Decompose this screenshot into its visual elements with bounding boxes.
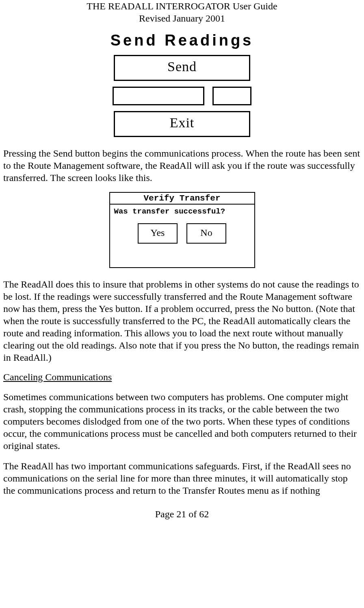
document-title: THE READALL INTERROGATOR User Guide xyxy=(3,0,361,12)
canceling-communications-heading: Canceling Communications xyxy=(3,372,361,383)
status-field-right xyxy=(212,87,251,105)
document-revised: Revised January 2001 xyxy=(3,12,361,24)
yes-button[interactable]: Yes xyxy=(138,223,178,244)
send-readings-title: Send Readings xyxy=(101,32,263,49)
paragraph-4: The ReadAll has two important communicat… xyxy=(3,460,361,497)
exit-button[interactable]: Exit xyxy=(114,111,250,137)
paragraph-3: Sometimes communications between two com… xyxy=(3,391,361,452)
page-number: Page 21 of 62 xyxy=(3,509,361,520)
paragraph-2: The ReadAll does this to insure that pro… xyxy=(3,278,361,364)
document-header: THE READALL INTERROGATOR User Guide Revi… xyxy=(3,0,361,24)
verify-transfer-prompt: Was transfer successful? xyxy=(114,207,250,216)
no-button[interactable]: No xyxy=(186,223,226,244)
send-readings-screen: Send Readings Send Exit xyxy=(101,32,263,137)
verify-transfer-title: Verify Transfer xyxy=(110,193,254,205)
send-button[interactable]: Send xyxy=(114,55,250,81)
paragraph-1: Pressing the Send button begins the comm… xyxy=(3,147,361,184)
verify-transfer-dialog: Verify Transfer Was transfer successful?… xyxy=(109,192,255,268)
status-field-left xyxy=(113,87,204,105)
